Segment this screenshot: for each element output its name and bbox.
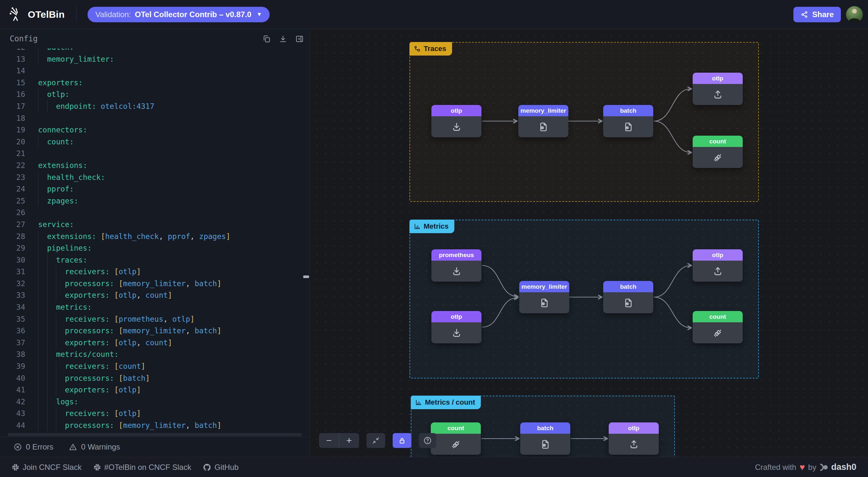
code-line[interactable]: 35receivers: [prometheus, otlp] xyxy=(0,313,310,325)
node-title: otlp xyxy=(609,422,659,434)
footer-link[interactable]: #OTelBin on CNCF Slack xyxy=(94,463,191,472)
node-batch[interactable]: batch xyxy=(603,105,653,137)
code-line[interactable]: 44processors: [memory_limiter, batch] xyxy=(0,419,310,431)
scrollbar-thumb[interactable] xyxy=(303,275,309,278)
node-body xyxy=(609,434,659,455)
code-line[interactable]: 25zpages: xyxy=(0,195,310,207)
code-line[interactable]: 30traces: xyxy=(0,254,310,266)
share-button[interactable]: Share xyxy=(794,7,841,22)
code-line[interactable]: 29pipelines: xyxy=(0,242,310,254)
code-line[interactable]: 13memory_limiter: xyxy=(0,53,310,65)
download-icon[interactable] xyxy=(279,35,287,43)
validation-dropdown[interactable]: Validation: OTel Collector Contrib – v0.… xyxy=(88,7,270,22)
node-batch[interactable]: batch xyxy=(520,422,570,455)
node-otlp[interactable]: otlp xyxy=(609,422,659,455)
lock-button[interactable] xyxy=(393,433,411,448)
node-otlp[interactable]: otlp xyxy=(431,105,482,137)
node-title: batch xyxy=(603,281,653,292)
code-line[interactable]: 43receivers: [otlp] xyxy=(0,408,310,419)
line-number: 24 xyxy=(0,183,25,195)
code-line[interactable]: 38metrics/count: xyxy=(0,349,310,360)
node-body xyxy=(520,434,570,455)
node-otlp[interactable]: otlp xyxy=(431,311,482,343)
node-memory_limiter[interactable]: memory_limiter xyxy=(519,281,569,313)
copy-icon[interactable] xyxy=(262,35,271,43)
code-line[interactable]: 42logs: xyxy=(0,396,310,408)
code-line[interactable]: 37exporters: [otlp, count] xyxy=(0,337,310,349)
code-line[interactable]: 41exporters: [otlp] xyxy=(0,384,310,396)
code-editor[interactable]: 12batch:13memory_limiter:1415exporters:1… xyxy=(0,49,310,437)
line-number: 26 xyxy=(0,207,25,219)
help-button[interactable] xyxy=(419,433,436,448)
bar-chart-icon xyxy=(414,223,421,230)
code-line[interactable]: 12batch: xyxy=(0,49,310,53)
dash0-brand: dash0 xyxy=(831,462,857,472)
node-title: otlp xyxy=(693,249,743,261)
code-line[interactable]: 28extensions: [health_check, pprof, zpag… xyxy=(0,231,310,242)
code-line[interactable]: 14 xyxy=(0,65,310,77)
line-number: 29 xyxy=(0,242,25,254)
avatar[interactable] xyxy=(846,6,863,23)
node-otlp[interactable]: otlp xyxy=(693,249,743,281)
code-line[interactable]: 22extensions: xyxy=(0,159,310,172)
node-body xyxy=(693,322,743,343)
code-line[interactable]: 27service: xyxy=(0,219,310,231)
validation-statusbar: 0 Errors 0 Warnings xyxy=(0,437,310,457)
bar-chart-icon xyxy=(415,399,422,406)
main-split: Config 12batch:13memory_limiter:1415expo… xyxy=(0,29,868,457)
node-otlp[interactable]: otlp xyxy=(693,73,743,105)
code-line[interactable]: 17endpoint: otelcol:4317 xyxy=(0,100,310,112)
node-title: prometheus xyxy=(431,249,482,261)
footer-link[interactable]: Join CNCF Slack xyxy=(12,463,82,472)
code-line[interactable]: 18 xyxy=(0,112,310,124)
slack-icon xyxy=(94,464,100,471)
code-line[interactable]: 32processors: [memory_limiter, batch] xyxy=(0,278,310,290)
line-number: 42 xyxy=(0,396,25,408)
line-number: 34 xyxy=(0,301,25,313)
zoom-in-button[interactable]: + xyxy=(339,433,359,448)
warning-icon xyxy=(69,443,77,451)
node-count[interactable]: count xyxy=(431,422,481,455)
line-number: 16 xyxy=(0,88,25,100)
code-line[interactable]: 20count: xyxy=(0,136,310,148)
footer-link[interactable]: GitHub xyxy=(204,463,239,472)
node-batch[interactable]: batch xyxy=(603,281,653,313)
collapse-panel-icon[interactable] xyxy=(295,35,304,43)
code-line[interactable]: 23health_check: xyxy=(0,172,310,183)
section-label: Metrics / count xyxy=(411,396,481,409)
node-title: count xyxy=(693,136,743,147)
code-line[interactable]: 36processors: [memory_limiter, batch] xyxy=(0,325,310,337)
processor-icon xyxy=(538,121,549,132)
code-line[interactable]: 21 xyxy=(0,148,310,159)
node-prometheus[interactable]: prometheus xyxy=(431,249,482,281)
exporter-icon xyxy=(712,266,723,277)
node-body xyxy=(431,261,482,281)
horizontal-scrollbar[interactable] xyxy=(8,433,302,436)
code-line[interactable]: 19connectors: xyxy=(0,124,310,136)
code-line[interactable]: 39receivers: [count] xyxy=(0,360,310,372)
code-line[interactable]: 16otlp: xyxy=(0,88,310,100)
processor-icon xyxy=(539,297,550,308)
connector-icon xyxy=(712,327,723,338)
fit-view-button[interactable] xyxy=(367,433,385,448)
warnings-count: 0 Warnings xyxy=(81,442,120,451)
section-label: Traces xyxy=(409,42,452,56)
node-memory_limiter[interactable]: memory_limiter xyxy=(518,105,568,137)
node-count[interactable]: count xyxy=(693,311,743,343)
code-line[interactable]: 24pprof: xyxy=(0,183,310,195)
pipeline-canvas[interactable]: − + Tracesotlpmemory_limiterbatchotlpcou… xyxy=(310,29,868,457)
node-body xyxy=(603,292,653,313)
top-bar: OTelBin Validation: OTel Collector Contr… xyxy=(0,0,868,29)
code-line[interactable]: 31receivers: [otlp] xyxy=(0,266,310,278)
code-line[interactable]: 33exporters: [otlp, count] xyxy=(0,289,310,301)
line-number: 23 xyxy=(0,172,25,183)
zoom-out-button[interactable]: − xyxy=(319,433,339,448)
code-line[interactable]: 34metrics: xyxy=(0,301,310,313)
code-line[interactable]: 15exporters: xyxy=(0,77,310,89)
code-line[interactable]: 40processors: [batch] xyxy=(0,372,310,384)
share-button-label: Share xyxy=(812,10,834,19)
node-count[interactable]: count xyxy=(693,136,743,168)
share-icon xyxy=(801,11,808,19)
node-title: batch xyxy=(520,422,570,434)
code-line[interactable]: 26 xyxy=(0,207,310,219)
